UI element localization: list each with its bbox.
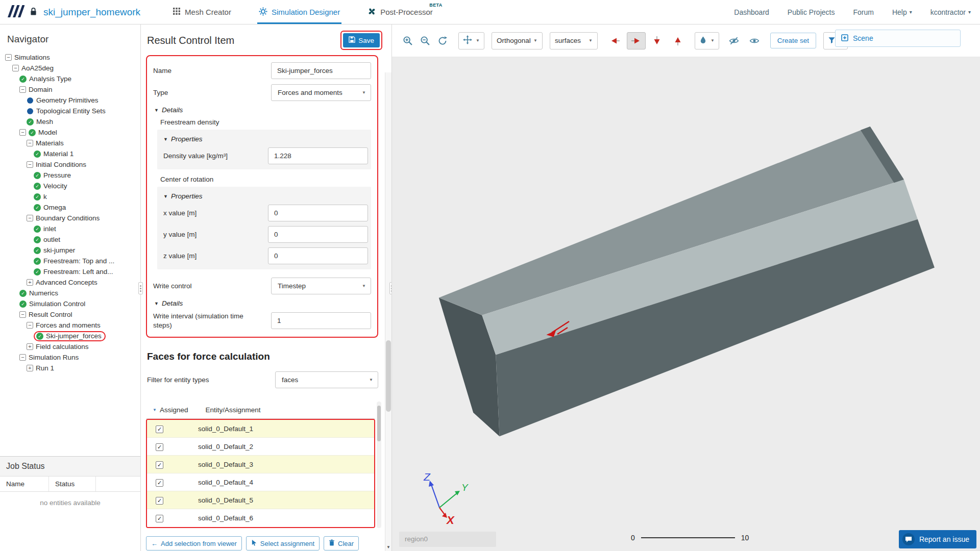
assignment-row[interactable]: ✓solid_0_Default_6 [147,509,374,527]
assignment-row[interactable]: ✓solid_0_Default_1 [147,420,374,438]
save-button[interactable]: Save [343,33,380,47]
assignment-row[interactable]: ✓solid_0_Default_2 [147,438,374,456]
tree-item-material-1[interactable]: ✓Material 1 [0,148,140,159]
properties-toggle[interactable]: ▼ Properties [163,192,368,200]
panel-scrollbar[interactable]: ▼ [385,72,391,551]
report-issue-button[interactable]: Report an issue [899,530,976,548]
tree-item-ski-jumper-forces[interactable]: ✓Ski-jumper_forces [0,331,140,341]
help-menu[interactable]: Help▾ [892,8,912,16]
scrollbar-thumb[interactable] [386,340,391,412]
scroll-down-arrow[interactable]: ▼ [385,545,391,549]
tree-item-simulation-control[interactable]: ✓Simulation Control [0,298,140,309]
tree-item-pressure[interactable]: ✓Pressure [0,170,140,181]
region-input[interactable]: region0 [399,532,496,547]
tree-item-omega[interactable]: ✓Omega [0,202,140,213]
assignment-checkbox[interactable]: ✓ [156,479,163,487]
tree-item-materials[interactable]: −Materials [0,138,140,148]
zoom-in-button[interactable] [399,32,416,49]
sort-caret-icon[interactable]: ▼ [153,408,157,412]
tab-post-processor[interactable]: Post-Processor BETA [366,0,434,24]
collapse-icon[interactable]: − [27,161,33,168]
projection-select[interactable]: Orthogonal ▼ [492,32,543,49]
collapse-icon[interactable]: − [27,215,33,221]
tree-item-aoa25deg[interactable]: −AoA25deg [0,63,140,73]
expand-icon[interactable]: + [27,365,33,371]
color-field-dropdown[interactable]: ▼ [695,32,719,49]
tree-item-initial-conditions[interactable]: −Initial Conditions [0,159,140,170]
sidebar-resize-handle[interactable] [138,282,143,294]
collapse-icon[interactable]: − [27,140,33,146]
zoom-out-button[interactable] [416,32,434,49]
tree-item-topological-entity-sets[interactable]: Topological Entity Sets [0,106,140,116]
properties-toggle[interactable]: ▼ Properties [163,135,368,143]
tree-item-boundary-conditions[interactable]: −Boundary Conditions [0,213,140,223]
tab-simulation-designer[interactable]: Simulation Designer [257,0,341,24]
user-menu[interactable]: kcontractor▾ [930,8,971,16]
entity-filter-select[interactable]: faces ▼ [275,371,378,388]
assignment-checkbox[interactable]: ✓ [156,461,163,469]
collapse-icon[interactable]: − [27,322,33,329]
details-toggle[interactable]: ▼ Details [154,106,371,114]
y-value-input[interactable] [268,226,368,243]
tree-item-k[interactable]: ✓k [0,191,140,202]
collapse-icon[interactable]: − [19,311,26,318]
x-value-input[interactable] [268,205,368,221]
assignment-row[interactable]: ✓solid_0_Default_4 [147,473,374,491]
tree-item-inlet[interactable]: ✓inlet [0,223,140,234]
assignment-checkbox[interactable]: ✓ [156,497,163,505]
assignment-row[interactable]: ✓solid_0_Default_3 [147,456,374,473]
tree-item-run-1[interactable]: +Run 1 [0,363,140,373]
tree-item-velocity[interactable]: ✓Velocity [0,181,140,191]
collapse-icon[interactable]: − [19,86,26,93]
z-value-input[interactable] [268,247,368,264]
tree-item-simulations[interactable]: −Simulations [0,52,140,63]
create-set-button[interactable]: Create set [770,33,816,48]
tree-item-geometry-primitives[interactable]: Geometry Primitives [0,95,140,106]
assigned-column-header[interactable]: Assigned [160,406,188,414]
density-input[interactable] [268,147,368,164]
hide-selection-button[interactable] [725,32,743,49]
expand-icon[interactable]: + [27,279,33,286]
clear-button[interactable]: Clear [324,536,359,550]
tree-item-numerics[interactable]: ✓Numerics [0,288,140,298]
tree-item-outlet[interactable]: ✓outlet [0,234,140,245]
show-selection-button[interactable] [746,32,763,49]
select-assignment-button[interactable]: Select assignment [246,536,320,550]
viewer-canvas[interactable] [392,57,980,551]
render-mode-select[interactable]: surfaces ▼ [550,32,598,49]
collapse-icon[interactable]: − [19,354,26,361]
add-selection-button[interactable]: ← Add selection from viewer [146,536,242,550]
tree-item-forces-and-moments[interactable]: −Forces and moments [0,320,140,331]
tab-mesh-creator[interactable]: Mesh Creator [171,0,233,24]
write-control-select[interactable]: Timestep ▼ [271,278,371,294]
assignment-row[interactable]: ✓solid_0_Default_5 [147,491,374,509]
tree-item-analysis-type[interactable]: ✓Analysis Type [0,73,140,84]
details-toggle[interactable]: ▼ Details [154,299,371,307]
link-dashboard[interactable]: Dashboard [734,8,769,16]
tree-item-domain[interactable]: −Domain [0,84,140,95]
view-positive-y-button[interactable] [669,32,688,49]
link-forum[interactable]: Forum [853,8,873,16]
type-select[interactable]: Forces and moments ▼ [271,84,371,101]
scene-panel-toggle[interactable]: Scene [835,30,961,47]
tree-item-freestream-left-and[interactable]: ✓Freestream: Left and... [0,266,140,277]
name-input[interactable] [271,62,371,79]
collapse-icon[interactable]: − [19,129,26,136]
tree-item-field-calculations[interactable]: +Field calculations [0,341,140,352]
expand-icon[interactable]: + [27,343,33,350]
assignment-checkbox[interactable]: ✓ [156,443,163,451]
tree-item-model[interactable]: −✓Model [0,127,140,138]
tree-item-ski-jumper[interactable]: ✓ski-jumper [0,245,140,256]
view-negative-x-button[interactable] [606,32,625,49]
view-negative-y-button[interactable] [648,32,667,49]
reset-view-button[interactable] [434,32,451,49]
pan-tool-dropdown[interactable]: ▼ [458,32,484,49]
view-positive-x-button[interactable] [627,32,646,49]
write-interval-input[interactable] [271,312,371,329]
assignment-scrollbar[interactable] [377,402,381,528]
collapse-icon[interactable]: − [5,54,12,61]
tree-item-mesh[interactable]: ✓Mesh [0,116,140,127]
assignment-checkbox[interactable]: ✓ [156,425,163,433]
assignment-checkbox[interactable]: ✓ [156,515,163,522]
tree-item-result-control[interactable]: −Result Control [0,309,140,320]
